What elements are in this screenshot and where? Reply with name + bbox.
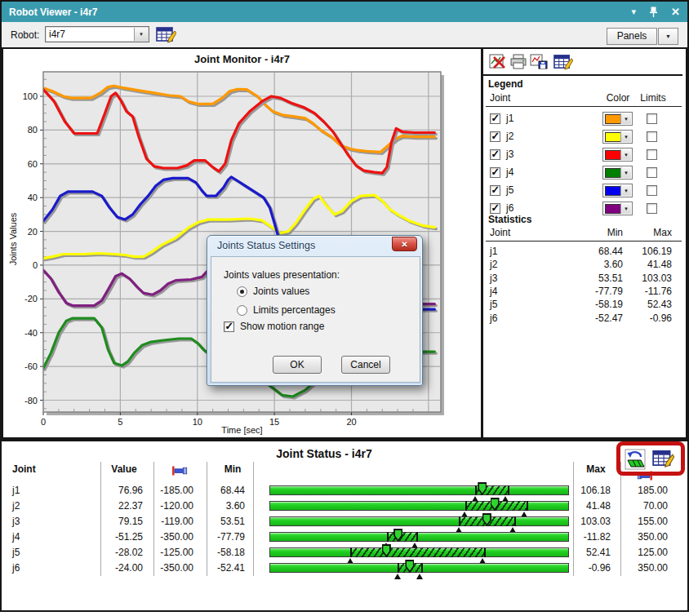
joint-range-bar — [269, 532, 569, 542]
statistics-min: 68.44 — [574, 246, 623, 257]
joint-status-min: -77.79 — [180, 531, 245, 543]
joint-status-max: 106.18 — [545, 485, 611, 496]
show-motion-range-label: Show motion range — [240, 321, 324, 332]
svg-text:60: 60 — [28, 159, 38, 169]
joint-status-upper-limit: 70.00 — [602, 500, 668, 512]
statistics-joint: j6 — [490, 312, 497, 324]
statistics-joint: j5 — [490, 299, 497, 310]
robot-viewer-window: Robot Viewer - i4r7 ▾ ✕ Robot: i4r7 ▼ Pa… — [0, 0, 689, 616]
joint-status-upper-limit: 125.00 — [602, 547, 668, 558]
statistics-row-j3: j353.51103.03 — [483, 273, 682, 286]
svg-text:20: 20 — [28, 227, 38, 237]
joint-status-max: -11.82 — [545, 531, 611, 543]
window-menu-chevron-icon[interactable]: ▾ — [632, 7, 637, 17]
statistics-min: -52.47 — [574, 312, 623, 324]
statistics-min: -77.79 — [574, 286, 623, 297]
robot-label: Robot: — [11, 29, 39, 41]
statistics-joint: j3 — [490, 273, 497, 284]
svg-text:0: 0 — [33, 260, 38, 270]
motion-range-hatch — [350, 547, 486, 557]
dialog-title: Joints Status Settings — [217, 240, 315, 251]
robot-combobox[interactable]: i4r7 ▼ — [45, 26, 149, 42]
joint-status-max: 103.03 — [545, 516, 611, 527]
joint-status-joint: j6 — [12, 562, 20, 574]
joint-status-min: 3.60 — [180, 500, 245, 512]
joint-status-max: 41.48 — [545, 500, 611, 512]
close-icon[interactable]: ✕ — [392, 237, 417, 251]
joint-status-joint: j1 — [12, 485, 20, 496]
joint-status-row-j4: j4-51.25-350.00-77.79-11.82350.00 — [2, 530, 686, 545]
chart-settings-button[interactable] — [155, 25, 176, 44]
statistics-row-j1: j168.44106.19 — [483, 246, 682, 259]
pin-icon[interactable] — [649, 7, 658, 18]
joint-status-max: -0.96 — [545, 562, 611, 574]
svg-text:-80: -80 — [24, 396, 38, 405]
window-title: Robot Viewer - i4r7 — [9, 7, 97, 18]
joint-range-bar — [269, 547, 569, 557]
svg-text:-20: -20 — [24, 294, 38, 304]
joint-status-upper-limit: 350.00 — [602, 562, 668, 574]
highlight-annotation — [616, 441, 685, 476]
joint-status-min: -58.18 — [180, 547, 245, 558]
min-marker-icon — [394, 574, 401, 579]
joints-status-settings-dialog: Joints Status Settings ✕ Joints values p… — [207, 235, 423, 386]
statistics-max: 106.19 — [623, 246, 672, 257]
joint-status-row-j1: j176.96-185.0068.44106.18185.00 — [2, 483, 686, 499]
chart-x-axis-label: Time [sec] — [43, 425, 441, 435]
main-toolbar: Robot: i4r7 ▼ Panels ▼ — [2, 22, 687, 47]
statistics-row-j2: j23.6041.48 — [483, 259, 682, 272]
joint-status-joint: j5 — [12, 547, 20, 558]
statistics-max: -0.96 — [623, 312, 672, 324]
statistics-min: -58.19 — [574, 299, 623, 310]
statistics-max: 103.03 — [623, 273, 672, 284]
statistics-min: 53.51 — [574, 273, 623, 284]
joint-range-bar — [269, 485, 569, 495]
svg-text:40: 40 — [28, 193, 38, 202]
statistics-max: 41.48 — [623, 259, 672, 270]
legend-statistics-panel: Legend Joint Color Limits j1▼j2▼j3▼j4▼j5… — [483, 49, 686, 437]
ok-button[interactable]: OK — [273, 356, 322, 374]
joint-status-upper-limit: 155.00 — [602, 516, 668, 527]
joint-status-row-j5: j5-28.02-125.00-58.1852.41125.00 — [2, 545, 686, 561]
joint-status-min: -52.41 — [180, 562, 245, 574]
joint-status-row-j6: j6-24.00-350.00-52.41-0.96350.00 — [2, 561, 686, 576]
joint-status-row-j2: j222.37-120.003.6041.4870.00 — [2, 499, 686, 514]
dialog-titlebar[interactable]: Joints Status Settings ✕ — [207, 236, 422, 256]
chevron-down-icon[interactable]: ▼ — [134, 28, 148, 41]
joint-status-row-j3: j379.15-119.0053.51103.03155.00 — [2, 514, 686, 530]
svg-text:80: 80 — [28, 125, 38, 135]
statistics-joint: j2 — [490, 259, 497, 270]
joint-status-upper-limit: 185.00 — [602, 485, 668, 496]
joint-range-bar — [269, 501, 569, 511]
joint-range-bar — [269, 563, 569, 573]
statistics-row-j6: j6-52.47-0.96 — [483, 312, 682, 326]
limits-percentages-radio[interactable] — [237, 305, 247, 316]
statistics-max: -11.76 — [623, 286, 672, 297]
statistics-row-j4: j4-77.79-11.76 — [483, 286, 682, 299]
cancel-button[interactable]: Cancel — [341, 356, 390, 374]
panels-button[interactable]: Panels — [607, 28, 657, 45]
joint-status-max: 52.41 — [545, 547, 611, 558]
panels-dropdown-button[interactable]: ▼ — [658, 28, 678, 45]
joint-status-upper-limit: 350.00 — [602, 531, 668, 543]
svg-text:-40: -40 — [24, 328, 38, 338]
show-motion-range-checkbox[interactable] — [224, 321, 234, 332]
statistics-max: 52.43 — [623, 299, 672, 310]
svg-text:-60: -60 — [24, 361, 38, 371]
joint-status-min: 53.51 — [180, 516, 245, 527]
svg-text:100: 100 — [23, 91, 38, 101]
close-icon[interactable]: ✕ — [671, 6, 680, 18]
statistics-joint: j1 — [490, 246, 497, 257]
joint-range-bar — [269, 516, 569, 526]
panel-divider — [481, 49, 483, 437]
statistics-min: 3.60 — [574, 259, 623, 270]
joint-status-joint: j4 — [12, 531, 20, 543]
joints-values-radio[interactable] — [237, 286, 247, 297]
bottom-panel-divider — [2, 439, 687, 441]
titlebar[interactable]: Robot Viewer - i4r7 ▾ ✕ — [2, 2, 687, 22]
joint-status-joint: j2 — [12, 500, 20, 512]
joint-status-min: 68.44 — [180, 485, 245, 496]
statistics-joint: j4 — [490, 286, 497, 297]
joints-values-label: Joints values — [253, 286, 309, 297]
dialog-prompt: Joints values presentation: — [224, 269, 340, 281]
